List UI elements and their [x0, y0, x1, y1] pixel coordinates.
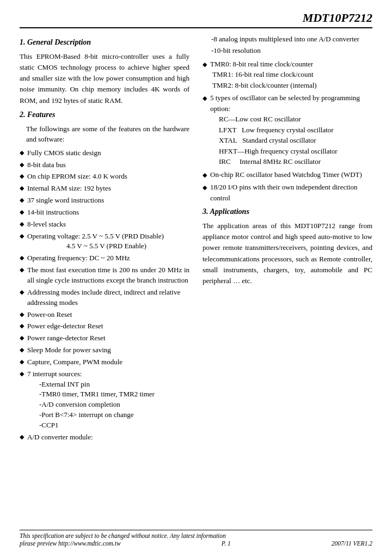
- list-item: ◆Power-on Reset: [20, 310, 189, 320]
- adc-lines: -8 analog inputs multiplexed into one A/…: [203, 34, 372, 57]
- bullet-icon: ◆: [20, 196, 24, 205]
- list-item: ◆ 5 types of oscillator can be selected …: [203, 93, 372, 167]
- bullet-icon: ◆: [20, 358, 24, 366]
- section1-para: This EPROM-Based 8-bit micro-controller …: [20, 51, 189, 106]
- bullet-icon: ◆: [20, 310, 24, 319]
- features-list: ◆Fully CMOS static design ◆8-bit data bu…: [20, 148, 189, 443]
- features-intro: The followings are some of the features …: [26, 124, 189, 145]
- page-title: MDT10P7212: [20, 11, 372, 28]
- bullet-icon: ◆: [203, 94, 207, 103]
- left-column: 1. General Description This EPROM-Based …: [20, 34, 189, 444]
- list-item: ◆14-bit instructions: [20, 207, 189, 218]
- list-item: ◆On chip EPROM size: 4.0 K words: [20, 172, 189, 182]
- list-item: ◆Operating voltage: 2.5 V ~ 5.5 V (PRD D…: [20, 231, 189, 252]
- bullet-icon: ◆: [20, 322, 24, 330]
- bullet-icon: ◆: [20, 266, 24, 274]
- interrupt-sources: -External INT pin -TMR0 timer, TMR1 time…: [27, 379, 189, 431]
- bullet-icon: ◆: [20, 172, 24, 181]
- list-item: ◆7 interrupt sources: -External INT pin …: [20, 369, 189, 431]
- tmr-list: ◆ TMR0: 8-bit real time clock/counter TM…: [203, 59, 372, 204]
- list-item: ◆Power edge-detector Reset: [20, 321, 189, 332]
- section3-para: The application areas of this MDT10P7212…: [203, 221, 372, 286]
- list-item: ◆Internal RAM size: 192 bytes: [20, 183, 189, 194]
- list-item: ◆37 single word instructions: [20, 195, 189, 206]
- list-item: ◆8-bit data bus: [20, 160, 189, 170]
- list-item: ◆Operating frequency: DC ~ 20 MHz: [20, 253, 189, 264]
- list-item: ◆8-level stacks: [20, 219, 189, 230]
- bullet-icon: ◆: [20, 433, 24, 442]
- list-item: ◆The most fast execution time is 200 ns …: [20, 265, 189, 286]
- footer-line1: This specification are subject to be cha…: [20, 532, 372, 539]
- list-item: ◆A/D converter module:: [20, 432, 189, 443]
- footer-page: P. 1: [222, 540, 231, 547]
- bullet-icon: ◆: [20, 184, 24, 193]
- bullet-icon: ◆: [203, 183, 207, 192]
- footer: This specification are subject to be cha…: [20, 530, 372, 551]
- list-item: ◆Fully CMOS static design: [20, 148, 189, 158]
- bullet-icon: ◆: [20, 334, 24, 342]
- bullet-icon: ◆: [20, 346, 24, 354]
- bullet-icon: ◆: [20, 220, 24, 229]
- bullet-icon: ◆: [203, 170, 207, 180]
- list-item: ◆ TMR0: 8-bit real time clock/counter TM…: [203, 59, 372, 91]
- bullet-icon: ◆: [20, 161, 24, 169]
- footer-left: please preview http://www.mdtic.com.tw: [20, 540, 121, 547]
- section2-title: 2. Features: [20, 111, 189, 119]
- list-item: ◆ On-chip RC oscillator based Watchdog T…: [203, 169, 372, 180]
- bullet-icon: ◆: [20, 254, 24, 262]
- list-item: ◆Power range-detector Reset: [20, 333, 189, 344]
- bullet-icon: ◆: [20, 288, 24, 297]
- footer-right: 2007/11 VER1.2: [332, 540, 372, 547]
- list-item: ◆Capture, Compare, PWM module: [20, 357, 189, 368]
- bullet-icon: ◆: [203, 60, 207, 69]
- right-column: -8 analog inputs multiplexed into one A/…: [203, 34, 372, 444]
- osc-types: RC—Low cost RC oscillator LFXT Low frequ…: [210, 114, 372, 167]
- section1-title: 1. General Description: [20, 38, 189, 47]
- bullet-icon: ◆: [20, 232, 24, 241]
- bullet-icon: ◆: [20, 370, 24, 378]
- bullet-icon: ◆: [20, 149, 24, 157]
- list-item: ◆Addressing modes include direct, indire…: [20, 287, 189, 308]
- list-item: ◆Sleep Mode for power saving: [20, 345, 189, 356]
- bullet-icon: ◆: [20, 208, 24, 217]
- section3-title: 3. Applications: [203, 207, 372, 216]
- footer-line2: please preview http://www.mdtic.com.tw P…: [20, 540, 372, 547]
- list-item: ◆ 18/20 I/O pins with their own independ…: [203, 182, 372, 203]
